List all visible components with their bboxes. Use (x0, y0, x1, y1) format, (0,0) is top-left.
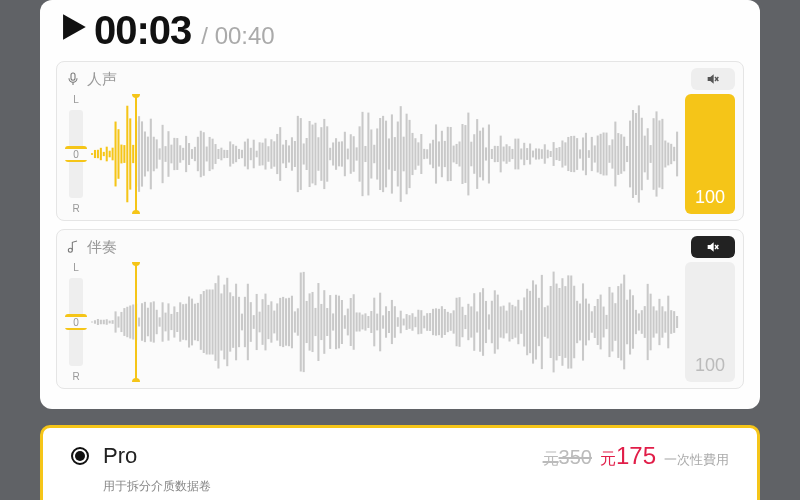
svg-rect-314 (420, 310, 422, 334)
svg-rect-77 (314, 123, 316, 185)
svg-rect-207 (106, 319, 108, 324)
svg-rect-152 (535, 148, 537, 159)
svg-rect-85 (338, 142, 340, 167)
svg-rect-113 (420, 134, 422, 174)
svg-rect-204 (97, 319, 99, 325)
music-note-icon (65, 239, 81, 255)
svg-rect-90 (353, 136, 355, 172)
svg-rect-330 (467, 304, 469, 340)
svg-rect-104 (394, 137, 396, 171)
svg-rect-76 (312, 125, 314, 184)
svg-rect-227 (165, 313, 167, 332)
svg-rect-108 (406, 114, 408, 195)
svg-rect-82 (329, 148, 331, 160)
svg-rect-71 (297, 116, 299, 192)
svg-rect-254 (244, 297, 246, 347)
svg-rect-294 (361, 315, 363, 330)
svg-rect-141 (503, 147, 505, 162)
svg-rect-203 (94, 320, 96, 324)
svg-rect-380 (614, 303, 616, 341)
svg-rect-232 (179, 302, 181, 341)
svg-rect-302 (385, 306, 387, 337)
svg-rect-368 (579, 304, 581, 341)
mute-button-vocal[interactable] (691, 68, 735, 90)
svg-rect-58 (259, 142, 261, 165)
svg-rect-300 (379, 293, 381, 352)
svg-rect-298 (373, 298, 375, 347)
track-label: 伴奏 (87, 238, 117, 257)
svg-rect-32 (182, 148, 184, 160)
svg-rect-267 (282, 297, 284, 347)
waveform-accompaniment[interactable] (91, 262, 679, 382)
svg-rect-277 (312, 292, 314, 352)
svg-rect-219 (141, 303, 143, 341)
volume-slider-accompaniment[interactable]: 100 (685, 262, 735, 382)
svg-rect-0 (71, 73, 75, 80)
svg-rect-130 (470, 142, 472, 167)
current-time: 00:03 (94, 8, 191, 53)
pan-slider-accompaniment[interactable]: L 0 R (65, 262, 87, 382)
svg-rect-18 (141, 121, 143, 186)
svg-rect-247 (223, 285, 225, 360)
svg-rect-208 (109, 321, 111, 324)
volume-value: 100 (695, 355, 725, 382)
svg-rect-184 (629, 121, 631, 188)
svg-rect-41 (209, 137, 211, 171)
svg-rect-297 (370, 311, 372, 333)
svg-rect-49 (232, 144, 234, 163)
svg-rect-305 (394, 306, 396, 338)
svg-rect-329 (464, 315, 466, 329)
svg-rect-317 (429, 313, 431, 331)
pan-slider-vocal[interactable]: L 0 R (65, 94, 87, 214)
svg-rect-334 (479, 292, 481, 351)
plan-radio-pro[interactable] (71, 447, 89, 465)
svg-rect-47 (226, 150, 228, 158)
svg-rect-359 (553, 272, 555, 373)
mute-button-accompaniment[interactable] (691, 236, 735, 258)
svg-rect-79 (320, 127, 322, 181)
svg-rect-178 (611, 139, 613, 168)
svg-rect-301 (382, 315, 384, 328)
svg-rect-347 (517, 300, 519, 344)
svg-rect-292 (356, 312, 358, 331)
pricing-card-pro[interactable]: Pro 元350 元175 一次性費用 用于拆分介质数据卷 (40, 425, 760, 500)
mic-icon (65, 71, 81, 87)
svg-rect-106 (400, 106, 402, 202)
svg-rect-205 (100, 320, 102, 325)
svg-rect-182 (623, 137, 625, 172)
svg-rect-291 (353, 294, 355, 350)
svg-rect-381 (617, 286, 619, 358)
price-block: 元350 元175 一次性費用 (543, 442, 729, 470)
play-button[interactable] (56, 10, 90, 44)
svg-rect-67 (285, 140, 287, 168)
svg-rect-78 (317, 137, 319, 171)
svg-rect-268 (285, 298, 287, 345)
svg-rect-158 (553, 142, 555, 166)
svg-rect-181 (620, 134, 622, 174)
svg-rect-86 (341, 141, 343, 166)
svg-rect-188 (641, 118, 643, 190)
svg-rect-273 (300, 272, 302, 371)
svg-rect-279 (317, 283, 319, 361)
svg-rect-387 (635, 310, 637, 334)
svg-rect-318 (432, 309, 434, 335)
svg-rect-283 (329, 295, 331, 349)
svg-rect-154 (541, 149, 543, 159)
svg-rect-145 (514, 139, 516, 170)
svg-rect-212 (120, 312, 122, 332)
svg-rect-257 (253, 315, 255, 329)
svg-rect-278 (314, 308, 316, 336)
volume-slider-vocal[interactable]: 100 (685, 94, 735, 214)
svg-rect-270 (291, 296, 293, 349)
svg-rect-170 (588, 150, 590, 158)
svg-rect-229 (170, 314, 172, 330)
svg-rect-340 (497, 295, 499, 350)
waveform-vocal[interactable] (91, 94, 679, 214)
svg-rect-216 (132, 304, 134, 339)
svg-rect-187 (638, 105, 640, 202)
svg-rect-220 (144, 302, 146, 342)
svg-rect-263 (270, 301, 272, 342)
svg-rect-10 (117, 129, 119, 179)
svg-rect-186 (635, 113, 637, 195)
transport-bar: 00:03 / 00:40 (56, 8, 744, 61)
